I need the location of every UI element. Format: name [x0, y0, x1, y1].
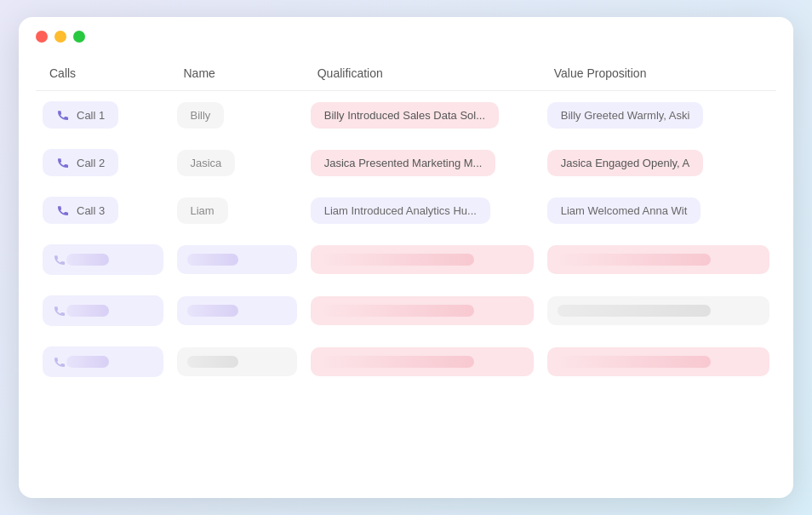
call-pill[interactable]: Call 1	[43, 101, 118, 129]
skeleton-bar	[321, 254, 474, 266]
qualification-cell: Liam Introduced Analytics Hu...	[304, 186, 540, 234]
skeleton-bar	[187, 305, 238, 317]
skeleton-bar	[66, 305, 109, 317]
skeleton-bar	[558, 356, 711, 368]
table-container: Calls Name Qualification Value Propositi…	[19, 56, 793, 498]
value-prop-pill[interactable]: Jasica Engaged Openly, A	[547, 150, 704, 176]
skeleton-bar	[321, 356, 474, 368]
skeleton-call-pill	[43, 244, 163, 275]
call-cell: Call 3	[36, 186, 170, 234]
header-name: Name	[170, 56, 304, 91]
skeleton-bar	[187, 356, 238, 368]
table-row: Call 2 Jasica Jasica Presented Marketing…	[36, 139, 776, 186]
skeleton-qual-pill	[311, 245, 534, 274]
skeleton-name-pill	[177, 347, 297, 376]
table-row: Call 1 Billy Billy Introduced Sales Data…	[36, 91, 776, 139]
header-calls: Calls	[36, 56, 170, 91]
table-header-row: Calls Name Qualification Value Propositi…	[36, 56, 776, 91]
skeleton-qual-cell	[304, 285, 540, 336]
phone-icon	[56, 156, 70, 169]
qualification-cell: Jasica Presented Marketing M...	[304, 139, 540, 186]
maximize-button[interactable]	[73, 31, 85, 43]
skeleton-call-pill	[43, 346, 163, 377]
value-prop-cell: Liam Welcomed Anna Wit	[540, 186, 776, 234]
skeleton-name-pill	[177, 245, 297, 274]
skeleton-name-cell	[170, 285, 304, 336]
skeleton-call-cell	[36, 336, 170, 387]
call-cell: Call 1	[36, 91, 170, 139]
skeleton-val-pill	[547, 296, 769, 325]
minimize-button[interactable]	[54, 31, 66, 43]
phone-icon	[56, 108, 70, 122]
header-qualification: Qualification	[304, 56, 540, 91]
skeleton-val-cell	[540, 336, 776, 387]
name-pill: Billy	[177, 102, 225, 129]
skeleton-call-pill	[43, 295, 163, 326]
skeleton-qual-cell	[304, 234, 540, 285]
skeleton-row	[36, 336, 776, 387]
skeleton-name-pill	[177, 296, 297, 325]
close-button[interactable]	[36, 31, 48, 43]
phone-icon	[56, 203, 70, 217]
phone-icon	[53, 304, 66, 318]
name-cell: Jasica	[170, 139, 304, 186]
value-prop-cell: Billy Greeted Warmly, Aski	[540, 91, 776, 139]
qualification-cell: Billy Introduced Sales Data Sol...	[304, 91, 540, 139]
skeleton-call-cell	[36, 285, 170, 336]
skeleton-qual-pill	[311, 347, 534, 376]
table-row: Call 3 Liam Liam Introduced Analytics Hu…	[36, 186, 776, 234]
skeleton-name-cell	[170, 336, 304, 387]
call-label: Call 3	[77, 204, 105, 217]
skeleton-qual-pill	[311, 296, 534, 325]
name-cell: Liam	[170, 186, 304, 234]
skeleton-call-cell	[36, 234, 170, 285]
calls-table: Calls Name Qualification Value Propositi…	[36, 56, 776, 387]
skeleton-val-cell	[540, 234, 776, 285]
phone-icon	[53, 355, 66, 369]
value-prop-pill[interactable]: Liam Welcomed Anna Wit	[547, 197, 701, 224]
skeleton-val-cell	[540, 285, 776, 336]
skeleton-bar	[66, 356, 109, 368]
skeleton-bar	[66, 254, 109, 266]
skeleton-row	[36, 234, 776, 285]
skeleton-bar	[321, 305, 474, 317]
main-window: Calls Name Qualification Value Propositi…	[19, 17, 793, 498]
call-label: Call 1	[77, 109, 105, 122]
skeleton-bar	[558, 254, 711, 266]
value-prop-cell: Jasica Engaged Openly, A	[540, 139, 776, 186]
skeleton-name-cell	[170, 234, 304, 285]
skeleton-row	[36, 285, 776, 336]
header-value-proposition: Value Proposition	[540, 56, 776, 91]
qualification-pill[interactable]: Billy Introduced Sales Data Sol...	[311, 102, 499, 129]
call-pill[interactable]: Call 3	[43, 197, 118, 224]
skeleton-val-pill	[547, 347, 769, 376]
skeleton-qual-cell	[304, 336, 540, 387]
value-prop-pill[interactable]: Billy Greeted Warmly, Aski	[547, 102, 704, 129]
skeleton-bar	[187, 254, 238, 266]
call-label: Call 2	[77, 157, 105, 169]
call-pill[interactable]: Call 2	[43, 149, 118, 176]
phone-icon	[53, 253, 66, 266]
call-cell: Call 2	[36, 139, 170, 186]
name-pill: Jasica	[177, 150, 236, 176]
name-pill: Liam	[177, 197, 228, 224]
skeleton-val-pill	[547, 245, 769, 274]
qualification-pill[interactable]: Jasica Presented Marketing M...	[311, 150, 496, 176]
name-cell: Billy	[170, 91, 304, 139]
title-bar	[19, 17, 793, 56]
qualification-pill[interactable]: Liam Introduced Analytics Hu...	[311, 197, 490, 224]
skeleton-bar	[558, 305, 711, 317]
